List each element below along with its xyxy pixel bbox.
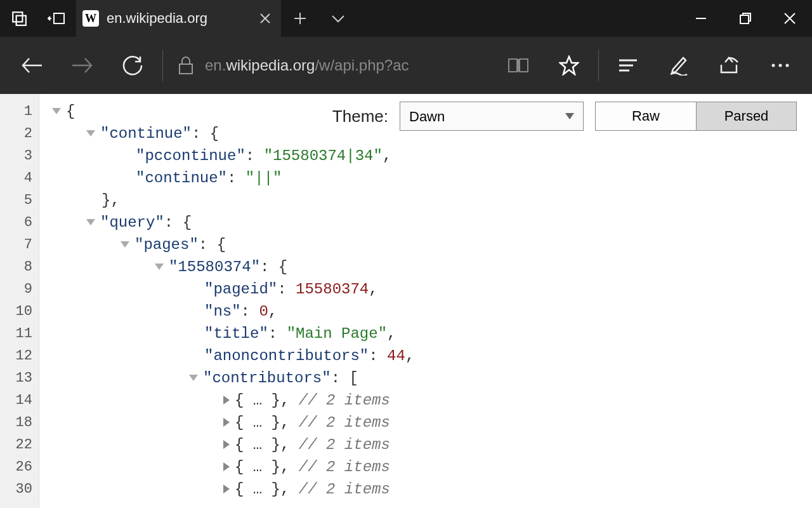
tab-dropdown-button[interactable] [319, 0, 357, 37]
fold-arrow-icon[interactable] [52, 108, 61, 114]
favicon-icon: W [82, 10, 99, 27]
line-number-gutter: 123456789101112131418222630 [0, 94, 39, 508]
raw-button[interactable]: Raw [596, 102, 696, 130]
close-tab-icon[interactable] [259, 13, 271, 24]
svg-rect-3 [740, 15, 749, 23]
window-cascade-icon[interactable] [0, 10, 38, 27]
line-number: 12 [0, 345, 32, 367]
fold-arrow-icon[interactable] [86, 130, 95, 137]
svg-rect-2 [54, 13, 64, 23]
address-bar[interactable]: en.wikipedia.org/w/api.php?ac [205, 57, 433, 74]
svg-point-5 [772, 64, 775, 67]
json-collapsed-line[interactable]: { … }, // 2 items [39, 478, 414, 500]
url-path: /w/api.php?ac [315, 57, 409, 74]
svg-rect-1 [16, 16, 26, 25]
fold-arrow-icon[interactable] [223, 485, 230, 493]
line-number: 2 [0, 123, 32, 145]
theme-select[interactable]: Dawn [400, 102, 584, 131]
maximize-button[interactable] [723, 0, 768, 37]
line-number: 5 [0, 189, 32, 211]
svg-point-6 [779, 64, 782, 67]
line-number: 3 [0, 145, 32, 167]
url-host: wikipedia.org [226, 57, 315, 74]
fold-arrow-icon[interactable] [223, 440, 230, 449]
share-icon[interactable] [704, 37, 755, 94]
line-number: 7 [0, 234, 32, 256]
window-close-button[interactable] [768, 0, 812, 37]
json-collapsed-line[interactable]: { … }, // 2 items [39, 389, 414, 411]
lock-icon[interactable] [167, 37, 205, 94]
line-number: 9 [0, 278, 32, 300]
json-line[interactable]: "query": { [39, 211, 414, 234]
line-number: 8 [0, 256, 32, 278]
line-number: 10 [0, 300, 32, 323]
minimize-button[interactable] [679, 0, 723, 37]
line-number: 1 [0, 100, 32, 123]
browser-toolbar: en.wikipedia.org/w/api.php?ac [0, 37, 812, 94]
svg-rect-4 [180, 64, 192, 74]
line-number: 18 [0, 411, 32, 434]
fold-arrow-icon[interactable] [223, 462, 230, 471]
json-line[interactable]: "pccontinue": "15580374|34", [39, 145, 414, 167]
svg-rect-0 [13, 12, 22, 22]
fold-arrow-icon[interactable] [155, 264, 164, 270]
json-viewer: { "continue": { "pccontinue": "15580374|… [39, 94, 414, 508]
fold-arrow-icon[interactable] [189, 375, 198, 381]
refresh-button[interactable] [108, 37, 159, 94]
theme-value: Dawn [409, 105, 445, 128]
page-content: 123456789101112131418222630 { "continue"… [0, 94, 812, 508]
parsed-button[interactable]: Parsed [696, 102, 796, 130]
fold-arrow-icon[interactable] [86, 219, 95, 225]
favorite-star-icon[interactable] [544, 37, 594, 94]
json-line[interactable]: "ns": 0, [39, 300, 414, 323]
json-collapsed-line[interactable]: { … }, // 2 items [39, 456, 414, 478]
reading-view-icon[interactable] [493, 37, 544, 94]
url-prefix: en. [205, 57, 226, 74]
json-line[interactable]: "contributors": [ [39, 367, 414, 389]
line-number: 6 [0, 211, 32, 234]
line-number: 4 [0, 167, 32, 189]
line-number: 26 [0, 456, 32, 478]
json-collapsed-line[interactable]: { … }, // 2 items [39, 411, 414, 434]
notes-pen-icon[interactable] [653, 37, 704, 94]
json-line[interactable]: "anoncontributors": 44, [39, 345, 414, 367]
line-number: 14 [0, 389, 32, 411]
viewer-controls: Theme: Dawn Raw Parsed [332, 102, 797, 131]
titlebar-left [0, 0, 76, 37]
window-titlebar: W en.wikipedia.org [0, 0, 812, 37]
back-button[interactable] [6, 37, 57, 94]
chevron-down-icon [565, 113, 574, 119]
line-number: 11 [0, 323, 32, 345]
json-line[interactable]: "title": "Main Page", [39, 323, 414, 345]
more-menu-icon[interactable] [755, 37, 806, 94]
fold-arrow-icon[interactable] [121, 241, 129, 248]
json-line[interactable]: }, [39, 189, 414, 211]
json-line[interactable]: "pageid": 15580374, [39, 278, 414, 300]
tab-title: en.wikipedia.org [107, 10, 207, 27]
line-number: 22 [0, 434, 32, 456]
view-mode-toggle: Raw Parsed [595, 102, 797, 131]
theme-label: Theme: [332, 105, 388, 128]
forward-button[interactable] [57, 37, 108, 94]
json-line[interactable]: "continue": "||" [39, 167, 414, 189]
fold-arrow-icon[interactable] [223, 418, 230, 427]
browser-tab[interactable]: W en.wikipedia.org [76, 0, 281, 37]
line-number: 13 [0, 367, 32, 389]
svg-point-7 [786, 64, 789, 67]
fold-arrow-icon[interactable] [223, 396, 230, 404]
new-tab-button[interactable] [281, 0, 319, 37]
reading-list-icon[interactable] [603, 37, 653, 94]
set-aside-tabs-icon[interactable] [38, 11, 76, 26]
json-collapsed-line[interactable]: { … }, // 2 items [39, 434, 414, 456]
line-number: 30 [0, 478, 32, 500]
json-line[interactable]: "15580374": { [39, 256, 414, 278]
json-line[interactable]: "pages": { [39, 234, 414, 256]
